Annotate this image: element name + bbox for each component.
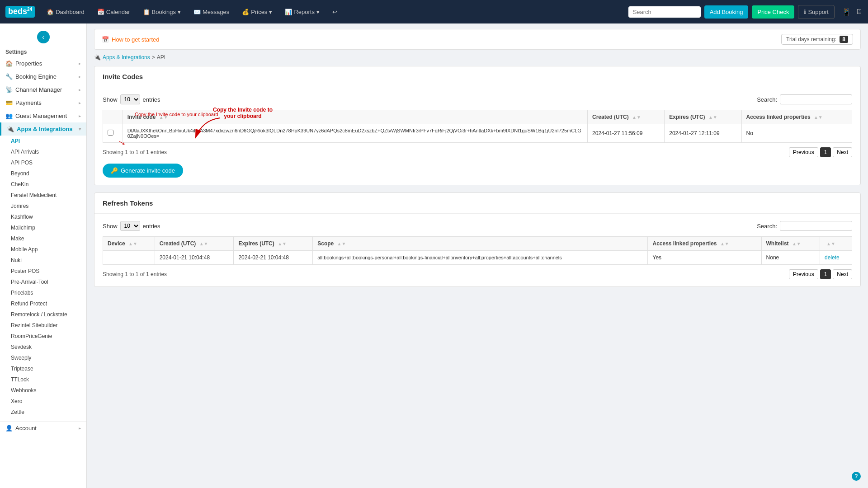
- sort-device-icon: ▲▼: [128, 241, 137, 246]
- breadcrumb-icon: 🔌: [94, 54, 101, 61]
- device-icons: 📱 🖥: [842, 8, 863, 16]
- token-page-1-btn[interactable]: 1: [820, 269, 831, 279]
- sidebar-sub-pricelabs[interactable]: Pricelabs: [0, 287, 86, 298]
- sort-access-icon: ▲▼: [814, 115, 823, 120]
- reports-dropdown-icon: ▾: [316, 9, 320, 15]
- back-icon: ↩: [332, 9, 337, 15]
- sidebar-sub-make[interactable]: Make: [0, 233, 86, 244]
- trial-badge: Trial days remaining: 8: [781, 34, 853, 45]
- sidebar-sub-zettle[interactable]: Zettle: [0, 407, 86, 418]
- sidebar-sub-rezintel[interactable]: Rezintel Sitebuilder: [0, 320, 86, 331]
- sidebar-item-account[interactable]: 👤 Account ▸: [0, 421, 86, 435]
- col-action: ▲▼: [820, 237, 852, 251]
- col-scope[interactable]: Scope ▲▼: [313, 237, 648, 251]
- nav-prices[interactable]: 💰 Prices ▾: [237, 6, 277, 18]
- top-nav: beds24 🏠 Dashboard 📅 Calendar 📋 Bookings…: [0, 0, 868, 23]
- col-expires-utc[interactable]: Expires (UTC) ▲▼: [234, 237, 313, 251]
- sidebar-sub-xero[interactable]: Xero: [0, 396, 86, 407]
- refresh-tokens-table: Device ▲▼ Created (UTC) ▲▼ Expires (UTC)…: [103, 236, 852, 265]
- breadcrumb-apps[interactable]: Apps & Integrations: [103, 54, 150, 61]
- guest-management-arrow-icon: ▸: [79, 113, 81, 118]
- add-booking-button[interactable]: Add Booking: [704, 5, 749, 19]
- sort-whitelist-icon: ▲▼: [792, 241, 801, 246]
- sidebar-sub-poster-pos[interactable]: Poster POS: [0, 266, 86, 277]
- nav-back[interactable]: ↩: [328, 6, 342, 18]
- col-created-utc[interactable]: Created (UTC) ▲▼: [155, 237, 234, 251]
- sidebar-sub-mailchimp[interactable]: Mailchimp: [0, 222, 86, 233]
- sidebar-sub-kashflow[interactable]: Kashflow: [0, 211, 86, 222]
- generate-invite-code-button[interactable]: 🔑 Generate invite code: [103, 164, 183, 178]
- nav-reports[interactable]: 📊 Reports ▾: [280, 6, 324, 18]
- token-delete-link[interactable]: delete: [825, 254, 840, 261]
- logo[interactable]: beds24: [5, 6, 35, 18]
- invite-prev-btn[interactable]: Previous: [789, 147, 818, 157]
- invite-search-input[interactable]: [780, 94, 852, 104]
- sidebar-sub-triptease[interactable]: Triptease: [0, 363, 86, 374]
- invite-page-1-btn[interactable]: 1: [820, 147, 831, 157]
- refresh-tokens-body: Show 10 25 50 entries Search:: [94, 214, 860, 286]
- dashboard-icon: 🏠: [47, 9, 54, 15]
- sidebar-sub-api[interactable]: API: [0, 136, 86, 146]
- sidebar-sub-mobile-app[interactable]: Mobile App: [0, 244, 86, 255]
- sidebar-sub-sweeply[interactable]: Sweeply: [0, 352, 86, 363]
- col-invite-created[interactable]: Created (UTC) ▲▼: [588, 110, 665, 124]
- sidebar-sub-sevdesk[interactable]: Sevdesk: [0, 342, 86, 352]
- sidebar-sub-api-pos[interactable]: API POS: [0, 157, 86, 168]
- mobile-icon: 📱: [842, 8, 851, 16]
- entries-select-tokens[interactable]: 10 25 50: [120, 221, 140, 231]
- col-whitelist[interactable]: Whitelist ▲▼: [761, 237, 820, 251]
- sidebar-item-payments[interactable]: 💳 Payments ▸: [0, 96, 86, 109]
- bookings-icon: 📋: [143, 9, 150, 15]
- sidebar-sub-refund[interactable]: Refund Protect: [0, 298, 86, 309]
- tokens-search-input[interactable]: [780, 221, 852, 231]
- nav-dashboard[interactable]: 🏠 Dashboard: [42, 6, 89, 18]
- sort-access-linked-icon: ▲▼: [720, 241, 729, 246]
- col-invite-access[interactable]: Access linked properties ▲▼: [741, 110, 852, 124]
- sidebar-item-booking-engine[interactable]: 🔧 Booking Engine ▸: [0, 70, 86, 83]
- sidebar-back-button[interactable]: ‹: [37, 31, 50, 43]
- nav-bookings[interactable]: 📋 Bookings ▾: [138, 6, 185, 18]
- sidebar-sub-chekin[interactable]: CheKin: [0, 179, 86, 190]
- properties-arrow-icon: ▸: [79, 61, 81, 66]
- token-prev-btn[interactable]: Previous: [789, 269, 818, 279]
- invite-pagination: Previous 1 Next: [789, 147, 852, 157]
- channel-manager-arrow-icon: ▸: [79, 87, 81, 92]
- sort-token-expires-icon: ▲▼: [278, 241, 287, 246]
- sidebar-item-guest-management[interactable]: 👥 Guest Management ▸: [0, 109, 86, 122]
- col-access-linked[interactable]: Access linked properties ▲▼: [648, 237, 761, 251]
- nav-messages[interactable]: ✉️ Messages: [189, 6, 234, 18]
- breadcrumb: 🔌 Apps & Integrations > API: [94, 54, 861, 61]
- token-next-btn[interactable]: Next: [833, 269, 852, 279]
- col-device[interactable]: Device ▲▼: [103, 237, 155, 251]
- sidebar-sub-ttlock[interactable]: TTLock: [0, 374, 86, 385]
- support-button[interactable]: ℹ Support: [798, 5, 835, 19]
- sidebar-item-channel-manager[interactable]: 📡 Channel Manager ▸: [0, 83, 86, 96]
- help-button[interactable]: ?: [852, 472, 861, 481]
- price-check-button[interactable]: Price Check: [752, 5, 794, 19]
- entries-select-invite[interactable]: 10 25 50: [120, 94, 140, 104]
- sidebar-sub-pre-arrival[interactable]: Pre-Arrival-Tool: [0, 277, 86, 287]
- sidebar-sub-beyond[interactable]: Beyond: [0, 168, 86, 179]
- sidebar-sub-nuki[interactable]: Nuki: [0, 255, 86, 266]
- col-invite-code[interactable]: Invite code ▲▼: [123, 110, 587, 124]
- invite-row-checkbox[interactable]: Copy the Invite code to your clipboard →: [103, 124, 123, 143]
- col-invite-expires[interactable]: Expires (UTC) ▲▼: [665, 110, 741, 124]
- how-to-link[interactable]: 📅 How to get started: [102, 36, 160, 43]
- sidebar-sub-remotelock[interactable]: Remotelock / Lockstate: [0, 309, 86, 320]
- sidebar-sub-feratel[interactable]: Feratel Meldeclient: [0, 190, 86, 201]
- token-pagination: Previous 1 Next: [789, 269, 852, 279]
- sidebar-item-properties[interactable]: 🏠 Properties ▸: [0, 57, 86, 70]
- invite-next-btn[interactable]: Next: [833, 147, 852, 157]
- sidebar-item-apps-integrations[interactable]: 🔌 Apps & Integrations ▾: [0, 122, 86, 136]
- sidebar-sub-webhooks[interactable]: Webhooks: [0, 385, 86, 396]
- sidebar-sub-roompricegenie[interactable]: RoomPriceGenie: [0, 331, 86, 342]
- booking-engine-icon: 🔧: [5, 73, 13, 80]
- invite-pagination-row: Showing 1 to 1 of 1 entries Previous 1 N…: [103, 147, 852, 157]
- search-input[interactable]: [628, 6, 701, 18]
- nav-calendar[interactable]: 📅 Calendar: [93, 6, 135, 18]
- properties-icon: 🏠: [5, 60, 13, 67]
- sidebar-sub-jomres[interactable]: Jomres: [0, 201, 86, 211]
- invite-code-value: DtAlaJXKfhekOnrLBpHxuUk4iFeA3M47xdvzwzn6…: [123, 124, 587, 143]
- sidebar-sub-api-arrivals[interactable]: API Arrivals: [0, 146, 86, 157]
- invite-checkbox[interactable]: [108, 130, 113, 136]
